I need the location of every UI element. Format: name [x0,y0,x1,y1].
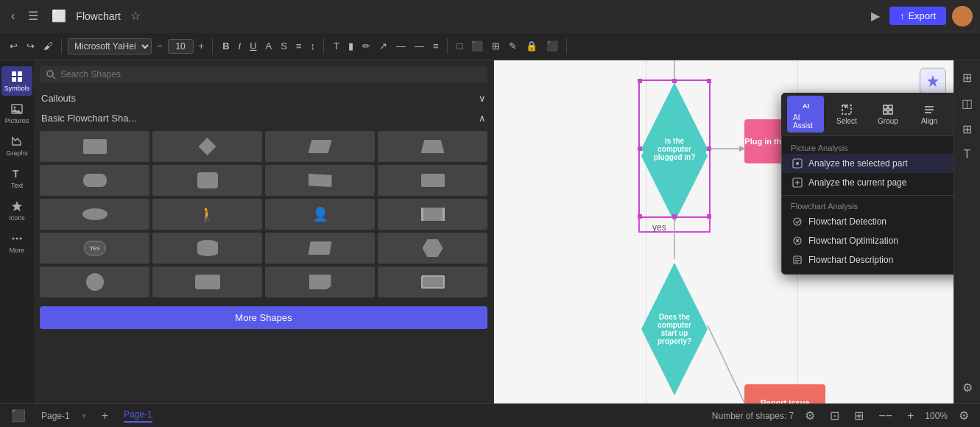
document-icon[interactable]: ⬜ [48,7,70,24]
flowchart-description-item[interactable]: Flowchart Description [782,250,953,269]
right-layers-icon[interactable]: ◫ [959,93,976,113]
line-color-button[interactable]: — [392,38,409,54]
back-button[interactable]: ‹ [7,8,18,24]
italic-button[interactable]: I [235,38,245,54]
menu-button[interactable]: ☰ [24,7,42,24]
zoom-settings-button[interactable]: ⚙ [955,407,973,424]
pen-button[interactable]: ✏ [359,38,374,54]
layer-button[interactable]: ⬛ [543,38,562,54]
play-button[interactable]: ▶ [867,7,884,24]
container-button[interactable]: ⬛ [468,38,487,54]
underline-button[interactable]: U [246,38,260,54]
text-button[interactable]: T [330,38,343,54]
canvas-area[interactable]: Is the computer plugged in? Is the compu… [494,60,953,403]
flowchart-shape-4[interactable]: Report issue [744,384,825,403]
sidebar-item-icons[interactable]: Icons [1,196,32,225]
context-toolbar: AI AI Assist Select [781,93,953,275]
shape-item[interactable] [378,131,487,162]
shape-item[interactable] [265,131,375,162]
zoom-out-button[interactable]: −− [875,408,896,424]
lock-button[interactable]: 🔒 [522,38,541,54]
align-button[interactable]: Align [911,101,948,128]
sidebar-item-symbols[interactable]: Symbols [1,66,32,96]
shape-item[interactable] [378,199,487,230]
shape-item[interactable] [152,233,262,264]
font-color-button[interactable]: A [262,38,276,54]
shape-item[interactable] [40,165,149,196]
shape-item[interactable] [265,233,375,264]
search-bar[interactable] [40,66,487,82]
align-center-button[interactable]: ≡ [292,38,306,54]
zoom-fullscreen-button[interactable]: ⊞ [850,407,867,424]
shape-item[interactable] [40,199,149,230]
shape-item[interactable] [152,165,262,196]
connector-button[interactable]: ↗ [376,38,391,54]
line-style-button[interactable]: — [411,38,428,54]
right-format-icon[interactable]: ⊞ [959,68,975,88]
close-btn-area: ✕ [952,107,953,121]
shape-item[interactable] [152,131,262,162]
context-close-button[interactable]: ✕ [952,109,953,121]
avatar[interactable] [952,6,973,27]
flowchart-shape-3[interactable]: Does the computer start up properly? [641,259,708,399]
export-button[interactable]: ↑ Export [889,7,946,25]
line-spacing-button[interactable]: ↕ [307,38,320,54]
crop-button[interactable]: ⊞ [488,38,504,54]
select-button[interactable]: Select [828,101,865,128]
more-shapes-button[interactable]: More Shapes [40,306,487,329]
callouts-header[interactable]: Callouts ∨ [40,88,487,108]
page-label[interactable]: Page-1 [41,411,70,421]
shape-item[interactable]: 👤 [265,199,375,230]
flowchart-shape-1[interactable]: Is the computer plugged in? [641,82,708,230]
shape-item[interactable]: Yes [40,233,149,264]
right-grid-icon[interactable]: ⊞ [959,119,975,139]
zoom-in-button[interactable]: + [903,408,917,424]
shape-item[interactable] [265,267,375,297]
line-width-button[interactable]: ≡ [429,38,443,54]
shape-item[interactable] [378,165,487,196]
add-page-button[interactable]: + [98,408,112,424]
shape-item[interactable] [40,267,149,297]
shape-item[interactable] [378,233,487,264]
canvas-ai-button[interactable] [920,68,946,94]
font-increase-button[interactable]: + [195,38,208,54]
right-text-icon[interactable]: T [961,145,974,164]
sidebar-item-graphs[interactable]: Graphs [1,131,32,160]
flowchart-optimization-item[interactable]: Flowchart Optimization [782,231,953,250]
shape-item[interactable] [40,131,149,162]
analyze-selected-item[interactable]: Analyze the selected part [782,154,953,173]
font-decrease-button[interactable]: − [153,38,166,54]
strikethrough-button[interactable]: S [277,38,291,54]
svg-text:T: T [13,168,19,180]
paint-format-button[interactable]: 🖌 [40,38,57,54]
font-family-select[interactable]: Microsoft YaHei [68,38,152,54]
toggle-sidebar-button[interactable]: ⬛ [7,407,29,424]
bold-button[interactable]: B [219,38,233,54]
sidebar-item-text[interactable]: T Text [1,163,32,193]
sidebar-item-pictures[interactable]: Pictures [1,99,32,128]
sidebar-item-more[interactable]: More [1,228,32,258]
ai-assist-button[interactable]: AI AI Assist [787,96,824,133]
svg-point-9 [16,238,18,240]
star-icon[interactable]: ☆ [127,7,144,24]
analyze-current-item[interactable]: Analyze the current page [782,173,953,192]
flowchart-detection-item[interactable]: Flowchart Detection [782,212,953,231]
highlight-button[interactable]: ▮ [345,38,357,54]
search-input[interactable] [60,69,482,80]
shape-item[interactable]: 🚶 [152,199,262,230]
search-icon [46,69,56,80]
font-size-input[interactable] [168,39,194,54]
zoom-fit-button[interactable]: ⊡ [826,407,843,424]
shape-item[interactable] [152,267,262,297]
redo-button[interactable]: ↪ [23,38,38,54]
shape-item[interactable] [265,165,375,196]
shape-item[interactable] [378,267,487,297]
top-bar: ‹ ☰ ⬜ Flowchart ☆ ▶ ↑ Export [0,0,980,32]
current-page-tab[interactable]: Page-1 [124,409,152,423]
shadow-button[interactable]: □ [454,38,467,54]
basic-shapes-header[interactable]: Basic Flowchart Sha... ∧ [40,108,487,128]
undo-button[interactable]: ↩ [6,38,21,54]
status-settings-button[interactable]: ⚙ [801,407,819,424]
group-button[interactable]: Group [870,101,906,128]
edit-button[interactable]: ✎ [505,38,521,54]
